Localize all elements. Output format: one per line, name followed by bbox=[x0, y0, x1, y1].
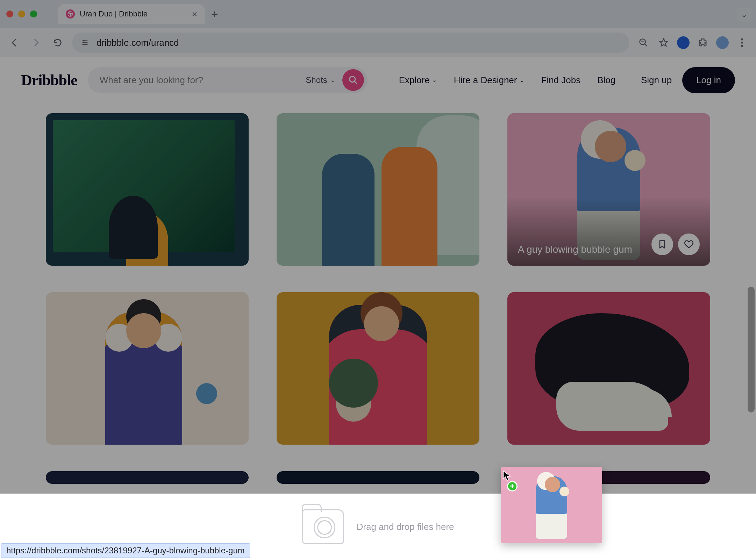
vertical-scrollbar[interactable] bbox=[748, 287, 755, 412]
status-bar-link: https://dribbble.com/shots/23819927-A-gu… bbox=[1, 543, 250, 558]
drag-copy-plus-icon: + bbox=[507, 481, 518, 491]
folder-icon bbox=[302, 509, 344, 544]
drop-zone-label: Drag and drop files here bbox=[357, 522, 454, 532]
cursor-icon bbox=[503, 471, 511, 481]
modal-dim-overlay bbox=[0, 0, 756, 560]
dragged-image-thumbnail bbox=[501, 467, 602, 543]
